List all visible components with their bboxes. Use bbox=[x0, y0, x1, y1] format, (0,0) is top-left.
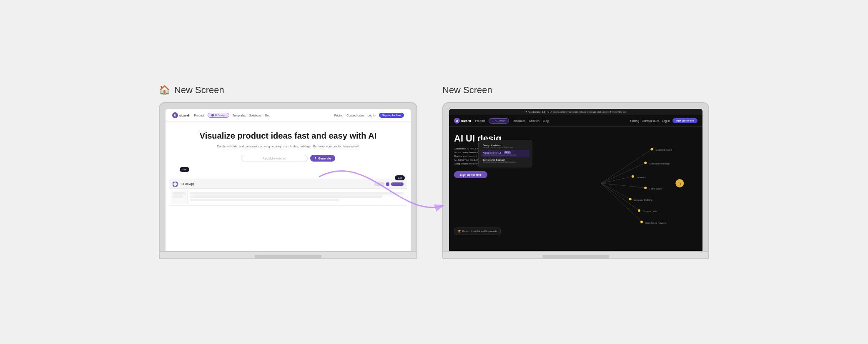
screen2-signup-btn[interactable]: Sign up for free bbox=[672, 118, 697, 123]
screen2-bezel: ✦ Autodesigner 1.5 - AI UI design is her… bbox=[442, 102, 709, 252]
screen2-nav-templates[interactable]: Templates bbox=[512, 119, 526, 122]
screen2-nav-product[interactable]: Product bbox=[475, 119, 485, 122]
screen1-ai-design[interactable]: AI Design bbox=[208, 113, 229, 118]
screen1-login[interactable]: Log in bbox=[368, 114, 376, 117]
svg-point-16 bbox=[629, 198, 632, 200]
screen2-logo-text: uizard bbox=[461, 119, 471, 123]
trophy-icon: 🏆 bbox=[458, 230, 461, 233]
screen2-laptop-base bbox=[442, 252, 709, 259]
screen1-app-sidebar bbox=[171, 190, 188, 204]
screen1-nav-templates[interactable]: Templates bbox=[233, 114, 246, 117]
svg-line-2 bbox=[601, 163, 645, 183]
svg-line-3 bbox=[601, 177, 633, 183]
screen1-container: 🏠 New Screen U uizard bbox=[159, 85, 417, 259]
svg-point-8 bbox=[650, 148, 653, 150]
svg-line-5 bbox=[601, 183, 630, 199]
screen1-nav: U uizard Product AI Design Templa bbox=[166, 109, 411, 122]
screen1-generate-label: Generate bbox=[318, 157, 331, 160]
screen1-app-title: To Do App bbox=[181, 182, 194, 185]
svg-point-14 bbox=[644, 187, 647, 189]
screen1-laptop-base bbox=[159, 252, 417, 259]
screen1-logo-text: uizard bbox=[179, 114, 189, 117]
screen1-pricing[interactable]: Pricing bbox=[334, 114, 343, 117]
svg-text:Gradient Descent: Gradient Descent bbox=[656, 149, 672, 151]
svg-line-7 bbox=[601, 183, 642, 222]
screen2-contact[interactable]: Contact sales bbox=[642, 119, 659, 122]
svg-text:Deep Neural Networks: Deep Neural Networks bbox=[645, 222, 667, 224]
generate-star-icon: ✦ bbox=[314, 157, 317, 160]
canvas-area: 🏠 New Screen U uizard bbox=[125, 60, 743, 284]
screen1-hero-title: Visualize product ideas fast and easy wi… bbox=[172, 130, 404, 141]
svg-point-20 bbox=[640, 220, 643, 223]
screen1-hero: Visualize product ideas fast and easy wi… bbox=[166, 122, 411, 180]
screen1-inner: U uizard Product AI Design Templa bbox=[166, 109, 411, 251]
screen2-container: New Screen ✦ Autodesigner 1.5 - AI UI de… bbox=[442, 85, 709, 259]
svg-text:U: U bbox=[679, 183, 681, 186]
svg-line-4 bbox=[601, 183, 645, 188]
screen1-nav-solutions[interactable]: Solutions bbox=[249, 114, 261, 117]
screen2-ai-star: ✦ bbox=[492, 119, 494, 122]
screen1-content: U uizard Product AI Design Templa bbox=[166, 109, 411, 251]
screen2-dropdown-design-assistant[interactable]: Design Assistant Explore Uizard's magica… bbox=[481, 143, 529, 150]
svg-point-12 bbox=[632, 175, 634, 178]
screen1-app-main bbox=[188, 190, 405, 204]
chat-bubble-2: Got bbox=[395, 175, 405, 180]
screen2-title-text: New Screen bbox=[442, 85, 492, 96]
screen1-app-preview: To Do App bbox=[169, 180, 407, 206]
screen1-app-actions bbox=[374, 182, 404, 186]
svg-text:Computer Vision: Computer Vision bbox=[643, 210, 658, 212]
svg-point-18 bbox=[638, 209, 640, 212]
screen1-nav-blog[interactable]: Blog bbox=[264, 114, 270, 117]
screen2-ai-design[interactable]: ✦ AI Design bbox=[489, 118, 509, 124]
screen2-login[interactable]: Log in bbox=[662, 119, 670, 122]
home-icon: 🏠 bbox=[159, 85, 170, 96]
screen2-logo: U uizard bbox=[454, 118, 471, 124]
screen2-award-badge: 🏆 Product Hunt Golden Kitty Awards bbox=[454, 228, 501, 235]
screen2-label: New Screen bbox=[442, 85, 709, 96]
svg-text:Language Modeling: Language Modeling bbox=[634, 199, 652, 201]
screen2-nav: U uizard Product ✦ AI Design Templ bbox=[449, 115, 702, 126]
screen1-laptop: U uizard Product AI Design Templa bbox=[159, 102, 417, 259]
screen2-laptop: ✦ Autodesigner 1.5 - AI UI design is her… bbox=[442, 102, 709, 259]
chat-bubble: Bot bbox=[180, 167, 189, 172]
screen1-nav-links: Product AI Design Templates Solutions Bl… bbox=[194, 113, 329, 118]
screen1-contact[interactable]: Contact sales bbox=[346, 114, 364, 117]
svg-text:Secret Sauce: Secret Sauce bbox=[649, 187, 662, 190]
screen2-logo-icon: U bbox=[454, 118, 460, 124]
screen1-generate-row: A portfolio website | ✦ Generate bbox=[172, 155, 404, 162]
screen2-ai-label: AI Design bbox=[495, 119, 506, 122]
screen1-title-text: New Screen bbox=[174, 85, 224, 96]
screen1-ai-label: AI Design bbox=[215, 114, 226, 116]
screen1-generate-btn[interactable]: ✦ Generate bbox=[310, 155, 335, 162]
screen1-bezel: U uizard Product AI Design Templa bbox=[159, 102, 417, 252]
screen2-pricing[interactable]: Pricing bbox=[630, 119, 639, 122]
screen1-prompt-input[interactable]: A portfolio website | bbox=[241, 155, 308, 162]
screens-wrapper: 🏠 New Screen U uizard bbox=[159, 85, 709, 259]
screen2-dropdown-autodesigner[interactable]: Autodesigner 1.5 NEW Generate projects, … bbox=[481, 150, 529, 157]
screen1-label: 🏠 New Screen bbox=[159, 85, 417, 96]
svg-point-10 bbox=[644, 162, 647, 164]
screen2-neural-network: Gradient Descent Computational Design He… bbox=[576, 126, 702, 240]
screen2-cta-btn[interactable]: Sign up for free bbox=[454, 171, 487, 178]
screen1-app-bar: To Do App bbox=[169, 180, 407, 189]
screen2-new-badge: NEW bbox=[504, 151, 511, 154]
screen2-banner: ✦ Autodesigner 1.5 - AI UI design is her… bbox=[449, 109, 702, 115]
screen1-nav-product[interactable]: Product bbox=[194, 114, 204, 117]
neural-network-svg: Gradient Descent Computational Design He… bbox=[576, 126, 702, 240]
screen2-dropdown: Design Assistant Explore Uizard's magica… bbox=[478, 140, 532, 167]
screen1-signup-btn[interactable]: Sign up for free bbox=[379, 113, 404, 118]
screen1-app-content bbox=[169, 189, 407, 205]
screen1-logo-icon: U bbox=[172, 112, 178, 118]
screen2-nav-solution[interactable]: Solution bbox=[529, 119, 539, 122]
screen2-content: ✦ Autodesigner 1.5 - AI UI design is her… bbox=[449, 109, 702, 251]
screen2-nav-links: Product ✦ AI Design Templates Solution B… bbox=[475, 118, 549, 124]
screen2-award-text: Product Hunt Golden Kitty Awards bbox=[462, 230, 497, 233]
screen1-app-icon bbox=[173, 182, 178, 187]
screen2-body: Design Assistant Explore Uizard's magica… bbox=[449, 126, 702, 240]
screen1-nav-right: Pricing Contact sales Log in Sign up for… bbox=[334, 113, 404, 118]
svg-text:Heuristics: Heuristics bbox=[637, 176, 646, 179]
screen1-ai-dot bbox=[211, 114, 214, 116]
svg-line-6 bbox=[601, 183, 639, 210]
screen2-nav-blog[interactable]: Blog bbox=[543, 119, 549, 122]
screen2-dropdown-screenshot[interactable]: Screenshot Scanner Turn screenshots into… bbox=[481, 157, 529, 164]
